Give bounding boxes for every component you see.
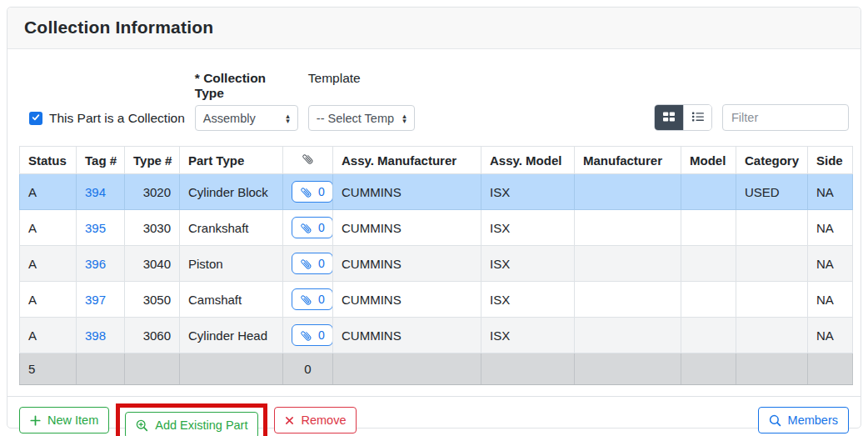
cell: 0: [283, 210, 333, 246]
column-header: Assy. Manufacturer: [333, 147, 481, 174]
cell: 397: [77, 282, 125, 318]
view-toggle-group: [654, 104, 712, 131]
zoom-in-icon: [136, 419, 148, 432]
footer-cell: [736, 353, 808, 385]
members-label: Members: [788, 413, 838, 427]
cell: Piston: [180, 246, 283, 282]
annotation-highlight-box: Add Existing Part: [116, 403, 267, 436]
new-item-label: New Item: [47, 413, 98, 427]
column-header: Tag #: [77, 147, 125, 174]
add-existing-part-label: Add Existing Part: [155, 418, 247, 432]
cell: 0: [283, 246, 333, 282]
members-button[interactable]: Members: [758, 407, 849, 433]
table-footer-row: 5 0: [20, 353, 853, 385]
attachment-count: 0: [318, 328, 325, 342]
cell: 3040: [125, 246, 180, 282]
tag-link[interactable]: 398: [85, 328, 106, 343]
template-select[interactable]: -- Select Temp ▴▾: [308, 105, 415, 131]
cell: 398: [77, 318, 125, 353]
collection-checkbox[interactable]: [29, 112, 42, 125]
cell: [736, 282, 808, 318]
attachments-button[interactable]: 0: [292, 217, 333, 238]
cell: [681, 174, 736, 210]
paperclip-icon: [300, 186, 312, 198]
attachment-count: 0: [318, 293, 325, 306]
remove-label: Remove: [301, 413, 346, 427]
add-existing-part-button[interactable]: Add Existing Part: [125, 412, 258, 436]
card-header: Collection Information: [7, 8, 861, 49]
paperclip-icon: [302, 153, 314, 165]
footer-cell: [808, 353, 853, 385]
plus-icon: [30, 415, 41, 426]
column-header: Type #: [125, 147, 180, 174]
cell: [681, 246, 736, 282]
cell: NA: [808, 318, 853, 353]
collection-type-select[interactable]: Assembly ▴▾: [195, 105, 298, 131]
grid-view-button[interactable]: [655, 105, 683, 130]
cell: 395: [77, 210, 125, 246]
cell: A: [20, 318, 77, 353]
cell: 3050: [125, 282, 180, 318]
cell: Cylinder Block: [180, 174, 283, 210]
card-body: This Part is a Collection * Collection T…: [7, 71, 861, 385]
column-header: Status: [20, 147, 77, 174]
cell: NA: [808, 210, 853, 246]
cell: 0: [283, 282, 333, 318]
tag-link[interactable]: 395: [85, 221, 106, 235]
table-row[interactable]: A3973050Camshaft0CUMMINSISXNA: [20, 282, 853, 318]
list-view-button[interactable]: [683, 105, 711, 130]
updown-arrows-icon: ▴▾: [402, 113, 407, 123]
template-label: Template: [308, 71, 415, 101]
table-row[interactable]: A3953030Crankshaft0CUMMINSISXNA: [20, 210, 853, 246]
cell: CUMMINS: [333, 282, 481, 318]
cell: CUMMINS: [333, 174, 481, 210]
table-row[interactable]: A3963040Piston0CUMMINSISXNA: [20, 246, 853, 282]
cell: A: [20, 246, 77, 282]
cell: [736, 246, 808, 282]
cell: [575, 282, 681, 318]
collection-information-card: Collection Information This Part is a Co…: [7, 7, 861, 428]
cell: NA: [808, 282, 853, 318]
attachment-count: 0: [318, 185, 325, 198]
attachments-button[interactable]: 0: [292, 324, 333, 346]
tag-link[interactable]: 396: [85, 257, 106, 271]
attachments-button[interactable]: 0: [292, 288, 333, 310]
table-row[interactable]: A3983060Cylinder Head0CUMMINSISXNA: [20, 318, 853, 353]
cell: CUMMINS: [333, 210, 481, 246]
paperclip-icon: [300, 258, 312, 270]
cell: [736, 318, 808, 353]
x-icon: [285, 416, 294, 425]
attachments-button[interactable]: 0: [292, 253, 333, 274]
table-tools: [654, 104, 849, 131]
tag-link[interactable]: 397: [85, 293, 106, 307]
cell: [575, 210, 681, 246]
column-header: Part Type: [180, 147, 283, 174]
cell: [575, 174, 681, 210]
tag-link[interactable]: 394: [85, 185, 106, 199]
footer-cell: [333, 353, 481, 385]
controls-row: This Part is a Collection * Collection T…: [19, 71, 849, 131]
cell: NA: [808, 174, 853, 210]
filter-input[interactable]: [722, 104, 849, 131]
row-count: 5: [20, 353, 77, 385]
cell: ISX: [481, 318, 575, 353]
table-row[interactable]: A3943020Cylinder Block0CUMMINSISXUSEDNA: [20, 174, 853, 210]
parts-table: StatusTag #Type #Part TypeAssy. Manufact…: [19, 146, 853, 385]
column-header: Category: [736, 147, 808, 174]
actions-bar: New Item Add Existing Part: [7, 396, 861, 436]
remove-button[interactable]: Remove: [274, 407, 357, 433]
new-item-button[interactable]: New Item: [19, 407, 109, 433]
cell: ISX: [481, 282, 575, 318]
cell: 3060: [125, 318, 180, 353]
page-title: Collection Information: [24, 18, 844, 38]
attachments-column-header: [283, 147, 333, 174]
attachments-button[interactable]: 0: [292, 181, 333, 203]
cell: ISX: [481, 174, 575, 210]
cell: [681, 318, 736, 353]
collection-checkbox-label: This Part is a Collection: [49, 111, 185, 126]
collection-checkbox-group[interactable]: This Part is a Collection: [29, 111, 185, 126]
column-header: Model: [681, 147, 736, 174]
cell: 396: [77, 246, 125, 282]
collection-type-label: * Collection Type: [195, 71, 298, 101]
footer-cell: [180, 353, 283, 385]
